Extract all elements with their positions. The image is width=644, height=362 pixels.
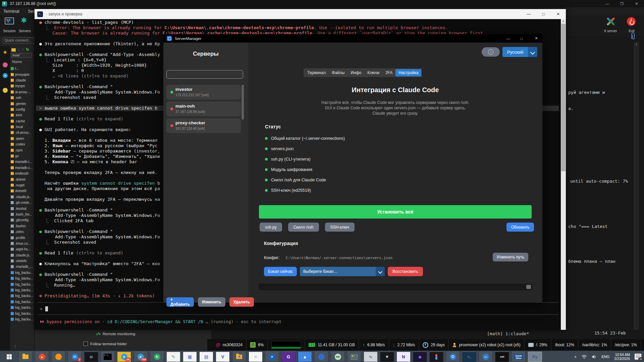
file-tree-item[interactable]: log_backu... <box>11 293 34 299</box>
file-tree-item[interactable]: myvpn <box>11 83 34 89</box>
file-tree-item[interactable]: .kimi <box>11 112 34 118</box>
tab-Настройка[interactable]: Настройка <box>395 69 421 76</box>
server-item-investor[interactable]: investor173.212.212.157 [ssh] <box>166 85 241 100</box>
tab-Ключи[interactable]: Ключи <box>364 69 382 76</box>
wifi-icon[interactable] <box>581 355 587 359</box>
file-tree-item[interactable]: log_backu... <box>11 299 34 305</box>
file-tree-item[interactable]: log_backu... <box>11 270 34 276</box>
file-tree-item[interactable]: .zshrc <box>11 229 34 235</box>
keyboard-language[interactable]: ENG <box>601 355 609 359</box>
taskbar-blue-ball[interactable] <box>314 352 328 362</box>
exit-icon[interactable] <box>627 17 636 26</box>
file-tree-item[interactable]: .claude.js.. <box>11 194 34 200</box>
taskbar-start[interactable] <box>2 352 16 362</box>
restore-button[interactable]: Восстановить <box>388 267 423 276</box>
session-icon[interactable] <box>5 17 14 24</box>
tray-clock[interactable]: 10:54 AM 2/23/2026 <box>614 353 630 361</box>
file-tree-item[interactable]: mariadb-i... <box>11 159 34 165</box>
taskbar-powershell[interactable]: ≻_ <box>462 352 476 362</box>
file-tree-item[interactable]: ai-proxy-... <box>11 89 34 95</box>
file-tree-item[interactable]: .qwen <box>11 136 34 141</box>
taskbar-thunderbird[interactable]: ✉2 <box>68 352 82 362</box>
taskbar-v-app[interactable]: V <box>216 352 230 362</box>
servers-icon[interactable]: ✱ <box>21 17 27 24</box>
file-tree-item[interactable]: .claude <box>11 77 34 83</box>
servermanager-minimize-button[interactable]: — <box>502 34 514 43</box>
taskbar-firefox[interactable] <box>51 352 65 362</box>
servermanager-titlebar[interactable]: ServerManager — □ ✕ <box>163 34 542 43</box>
yellow-ball-icon[interactable] <box>3 88 8 93</box>
file-tree-item[interactable]: log_backu... <box>11 276 34 281</box>
component-button[interactable]: ssh.py <box>260 223 282 232</box>
taskbar-quickutmo[interactable]: Quick utmo <box>512 352 526 362</box>
terminal-prompt[interactable]: > <box>40 306 48 311</box>
file-tree-item[interactable]: .mariadb_... <box>11 264 34 269</box>
taskbar-telegram-desktop[interactable]: ➤.26 <box>117 352 131 362</box>
terminal-maximize-button[interactable]: □ <box>538 9 549 19</box>
notification-icon[interactable]: 32 <box>635 354 641 360</box>
tab-2FA[interactable]: 2FA <box>382 69 395 76</box>
pink-tool-icon[interactable] <box>3 62 8 67</box>
log-strip-thumb[interactable] <box>526 285 531 289</box>
paperclip-icon[interactable] <box>629 32 637 41</box>
taskbar-notion[interactable]: N <box>396 352 411 362</box>
taskbar-funnel[interactable]: ▼ <box>380 352 394 362</box>
app-maximize-button[interactable]: ❐ <box>614 0 629 7</box>
tray-chevron-icon[interactable]: ∧ <box>574 355 577 359</box>
terminal-scrollbar[interactable] <box>561 19 566 330</box>
file-tree-item[interactable]: log_backu... <box>11 310 34 316</box>
taskbar-hs-app[interactable]: HS <box>331 352 345 362</box>
file-tree-item[interactable]: mariadb-c... <box>11 165 34 171</box>
server-button-изменить[interactable]: Изменить <box>198 297 225 307</box>
file-tree-item[interactable]: log_backu... <box>11 287 34 293</box>
taskbar-g-app[interactable]: G <box>281 352 296 362</box>
file-tree-item[interactable]: .npm <box>11 147 34 153</box>
servermanager-maximize-button[interactable]: □ <box>516 34 528 43</box>
tab-Файлы[interactable]: Файлы <box>329 69 347 76</box>
server-search-input[interactable] <box>166 70 243 79</box>
file-tree-item[interactable]: log_backu... <box>11 316 34 322</box>
taskbar-python[interactable]: Py <box>528 352 542 362</box>
quick-connect-input[interactable]: Quick connect... <box>3 37 38 44</box>
sftp-path-input[interactable]: /root/ <box>11 53 32 58</box>
file-tree-item[interactable]: proxyapis <box>11 71 34 77</box>
file-tree-item[interactable]: .cache <box>11 118 34 124</box>
taskbar-brave[interactable]: ▲ <box>35 352 49 362</box>
terminal-minimize-button[interactable]: — <box>523 9 534 19</box>
file-tree-item[interactable]: .lesshst <box>11 205 34 211</box>
file-tree-item[interactable]: .local <box>11 124 34 130</box>
server-item-main-ovh[interactable]: main-ovh37.187.136.86 [ssh] <box>166 102 241 116</box>
taskbar-calculator[interactable]: ▦ <box>183 352 197 362</box>
language-dropdown[interactable]: Русский <box>502 47 537 57</box>
telegram-rail-icon[interactable]: ➤ <box>3 73 8 78</box>
taskbar-cmd[interactable]: C:\_ <box>101 352 115 362</box>
info-button[interactable]: i <box>482 47 500 57</box>
menu-terminal[interactable]: Terminal <box>3 9 19 14</box>
upload-icon[interactable]: ↑ <box>22 47 24 52</box>
tab-Инфо[interactable]: Инфо <box>347 69 364 76</box>
file-tree-item[interactable]: .cli-proxy... <box>11 130 34 135</box>
backup-now-button[interactable]: Бэкап сейчас <box>264 267 297 276</box>
download-icon[interactable]: ↓ <box>18 47 20 52</box>
file-tree-item[interactable]: log_backu... <box>11 305 34 310</box>
taskbar-monitor-wave[interactable]: ∿ <box>364 352 378 362</box>
taskbar-notepad[interactable]: ≡ <box>249 352 263 362</box>
server-button-удалить[interactable]: Удалить <box>229 297 254 307</box>
taskbar-figma[interactable] <box>429 352 443 362</box>
component-button[interactable]: Скилл /ssh <box>288 223 319 232</box>
refresh-icon[interactable]: ↻ <box>26 47 29 52</box>
component-button[interactable]: SSH-ключ <box>325 223 355 232</box>
app-minimize-button[interactable]: — <box>600 0 614 7</box>
file-tree-item[interactable]: .gitconfig <box>11 217 34 223</box>
terminal-close-button[interactable]: ✕ <box>552 9 564 19</box>
file-tree-item[interactable]: .wget-hs... <box>11 246 34 252</box>
file-tree-item[interactable]: go <box>11 153 34 159</box>
folder-up-icon[interactable] <box>11 48 16 52</box>
tab-Терминал[interactable]: Терминал <box>304 69 329 76</box>
backup-select[interactable]: Выберите бэкап… <box>300 267 385 276</box>
taskbar-phantom[interactable]: ☠ <box>84 352 98 362</box>
taskbar-bird-app[interactable]: ✦ <box>265 352 279 362</box>
terminal-scrollbar-thumb[interactable] <box>561 24 566 171</box>
server-button-добавить[interactable]: + Добавить <box>166 297 194 307</box>
servermanager-close-button[interactable]: ✕ <box>530 34 542 43</box>
